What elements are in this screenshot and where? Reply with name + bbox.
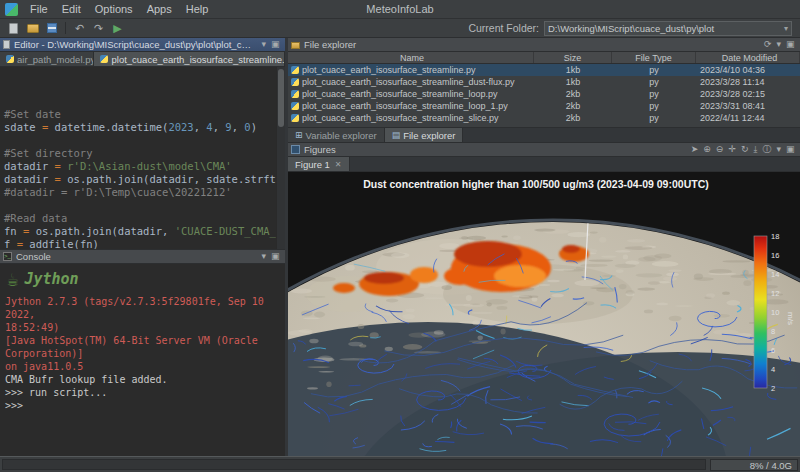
editor-panel-icon (3, 40, 10, 49)
table-row[interactable]: plot_cuace_earth_isosurface_streamline_s… (288, 112, 800, 124)
tab-variable-explorer[interactable]: ⊞ Variable explorer (288, 128, 385, 142)
python-file-icon (291, 66, 299, 74)
python-file-icon (6, 55, 14, 63)
jython-logo: ☕ Jython (7, 269, 280, 289)
memory-indicator: 8% / 4.0G (710, 459, 798, 471)
open-file-icon[interactable] (24, 21, 41, 36)
editor-tab-air-path-model[interactable]: air_path_model.py (0, 52, 94, 66)
zoom-out-icon[interactable]: ⊖ (713, 143, 726, 156)
file-table-body: plot_cuace_earth_isosurface_streamline.p… (288, 64, 800, 127)
file-explorer-float-icon[interactable]: ▣ (783, 38, 797, 51)
file-table-header[interactable]: Name Size File Type Date Modified (288, 52, 800, 64)
console-minimize-icon[interactable]: ▾ (259, 250, 269, 263)
python-file-icon (291, 78, 299, 86)
console-body[interactable]: ☕ Jython Jython 2.7.3 (tags/v2.7.3:5f298… (0, 264, 285, 456)
toolbar-separator (65, 22, 66, 34)
figure-tabbar: Figure 1 ✕ (288, 157, 800, 172)
explorer-tab-label: File explorer (403, 130, 455, 141)
file-explorer-minimize-icon[interactable]: ▾ (774, 38, 784, 51)
select-arrow-icon[interactable]: ➤ (688, 143, 701, 156)
table-row[interactable]: plot_cuace_earth_isosurface_streamline_l… (288, 88, 800, 100)
figures-minimize-icon[interactable]: ▾ (774, 143, 784, 156)
run-script-icon[interactable]: ▶ (109, 21, 126, 36)
colorbar-unit-label: m/s (786, 312, 795, 325)
editor-tab-plot-cuace[interactable]: plot_cuace_earth_isosurface_streamline.p… (94, 52, 285, 66)
redo-icon[interactable]: ↷ (90, 21, 107, 36)
table-row[interactable]: plot_cuace_earth_isosurface_streamline_l… (288, 100, 800, 112)
menu-apps[interactable]: Apps (140, 0, 179, 18)
table-row[interactable]: plot_cuace_earth_isosurface_streamline.p… (288, 64, 800, 76)
current-folder-label: Current Folder: (468, 22, 539, 34)
column-name[interactable]: Name (288, 52, 534, 63)
jython-logo-text: Jython (24, 273, 78, 286)
close-icon[interactable]: ✕ (335, 160, 342, 169)
figures-float-icon[interactable]: ▣ (783, 143, 797, 156)
new-script-icon[interactable] (5, 21, 22, 36)
console-panel: >_ Console ▾ ▣ ☕ Jython Jython 2.7.3 (ta… (0, 250, 285, 456)
editor-header[interactable]: Editor - D:\Working\MIScript\cuace_dust\… (0, 38, 285, 52)
menubar: File Edit Options Apps Help MeteoInfoLab (0, 0, 800, 19)
app-icon (5, 3, 18, 16)
tab-figure-1[interactable]: Figure 1 ✕ (288, 157, 350, 171)
editor-tabbar: air_path_model.py plot_cuace_earth_isosu… (0, 52, 285, 67)
python-file-icon (291, 90, 299, 98)
file-table: Name Size File Type Date Modified plot_c… (288, 52, 800, 127)
editor-scrollbar-thumb[interactable] (278, 69, 284, 127)
column-size[interactable]: Size (534, 52, 612, 63)
pan-icon[interactable]: ✛ (726, 143, 739, 156)
toolbar: ↶ ↷ ▶ Current Folder: D:\Working\MIScrip… (0, 19, 800, 38)
figures-header[interactable]: Figures ➤⊕⊖✛↻⤓ⓘ ▾ ▣ (288, 143, 800, 157)
editor-panel: Editor - D:\Working\MIScript\cuace_dust\… (0, 38, 285, 250)
console-title: Console (13, 251, 259, 262)
undo-icon[interactable]: ↶ (71, 21, 88, 36)
console-float-icon[interactable]: ▣ (268, 250, 282, 263)
file-explorer-title: File explorer (301, 39, 761, 50)
editor-float-icon[interactable]: ▣ (268, 38, 282, 51)
chevron-down-icon[interactable]: ▾ (781, 24, 788, 33)
zoom-in-icon[interactable]: ⊕ (701, 143, 714, 156)
column-date-modified[interactable]: Date Modified (696, 52, 800, 63)
statusbar: 8% / 4.0G (0, 456, 800, 472)
current-folder-value: D:\Working\MIScript\cuace_dust\py\plot (548, 23, 781, 34)
figure-canvas[interactable]: 18 16 14 12 10 8 6 4 2 m/s Dust concentr… (288, 172, 800, 456)
table-row[interactable]: plot_cuace_earth_isosurface_streamline_d… (288, 76, 800, 88)
svg-text:4: 4 (771, 365, 775, 374)
code-area[interactable]: #Set datesdate = datetime.datetime(2023,… (0, 67, 285, 249)
svg-text:12: 12 (771, 289, 779, 298)
console-panel-icon: >_ (3, 252, 12, 261)
python-file-icon (291, 102, 299, 110)
editor-tab-label: plot_cuace_earth_isosurface_streamline.p… (111, 54, 285, 65)
editor-tab-label: air_path_model.py (17, 54, 94, 65)
menu-help[interactable]: Help (179, 0, 216, 18)
editor-title: Editor - D:\Working\MIScript\cuace_dust\… (11, 39, 259, 50)
menu-edit[interactable]: Edit (55, 0, 88, 18)
figure-canvas-wrap: 18 16 14 12 10 8 6 4 2 m/s Dust concentr… (288, 172, 800, 456)
refresh-icon[interactable]: ⟳ (761, 38, 774, 51)
info-icon[interactable]: ⓘ (760, 143, 774, 156)
editor-minimize-icon[interactable]: ▾ (259, 38, 269, 51)
current-folder-combo[interactable]: D:\Working\MIScript\cuace_dust\py\plot ▾ (544, 21, 792, 36)
editor-scrollbar[interactable] (276, 67, 285, 249)
main-area: Editor - D:\Working\MIScript\cuace_dust\… (0, 38, 800, 456)
menu-options[interactable]: Options (88, 0, 140, 18)
svg-text:8: 8 (771, 327, 775, 336)
coffee-cup-icon: ☕ (7, 269, 18, 289)
figures-panel-icon (291, 145, 300, 154)
explorer-tab-label: Variable explorer (306, 130, 377, 141)
svg-text:18: 18 (771, 232, 779, 241)
svg-text:16: 16 (771, 251, 779, 260)
status-progress-bar (2, 459, 706, 470)
tab-file-explorer[interactable]: ▤ File explorer (385, 128, 464, 142)
save-icon[interactable] (43, 21, 60, 36)
left-column: Editor - D:\Working\MIScript\cuace_dust\… (0, 38, 285, 456)
column-file-type[interactable]: File Type (612, 52, 696, 63)
save-figure-icon[interactable]: ⤓ (751, 143, 760, 156)
console-header[interactable]: >_ Console ▾ ▣ (0, 250, 285, 264)
file-explorer-panel: File explorer ⟳ ▾ ▣ Name Size File Type … (288, 38, 800, 128)
rotate-icon[interactable]: ↻ (738, 143, 751, 156)
figures-toolbar: ➤⊕⊖✛↻⤓ⓘ (688, 143, 774, 156)
file-explorer-header[interactable]: File explorer ⟳ ▾ ▣ (288, 38, 800, 52)
explorer-tabbar: ⊞ Variable explorer ▤ File explorer (288, 128, 800, 143)
folder-icon (291, 42, 300, 49)
menu-file[interactable]: File (23, 0, 55, 18)
